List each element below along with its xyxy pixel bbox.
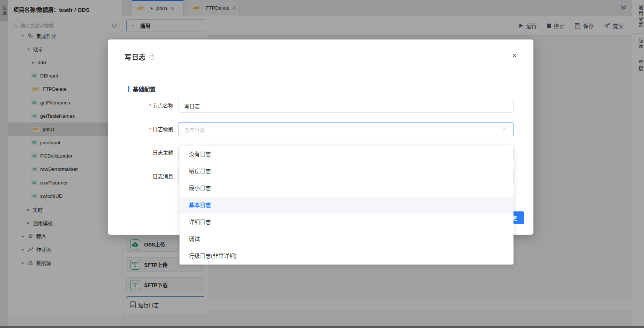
dropdown-option[interactable]: 调试: [180, 231, 514, 248]
dialog-title: 写日志 ?: [125, 52, 155, 62]
dialog-title-text: 写日志: [125, 52, 146, 62]
log-message-label: 日志消息: [108, 170, 173, 183]
section-title: 基础配置: [133, 85, 156, 93]
node-name-label: 节点名称: [108, 99, 173, 113]
section-accent-bar: [128, 86, 129, 92]
app-window: 资源 项目名称/数据层：testfr / ODS ▼ 集成作业 ▼ 批量 ▶ d…: [0, 0, 644, 328]
section-basic-config: 基础配置: [128, 85, 156, 93]
help-icon[interactable]: ?: [149, 53, 155, 60]
node-name-field: [178, 99, 514, 113]
chevron-up-icon: [502, 128, 508, 131]
form-row-node-name: 节点名称: [108, 99, 533, 113]
dropdown-option[interactable]: 详细日志: [180, 214, 514, 231]
dropdown-option[interactable]: 最小日志: [180, 180, 514, 197]
node-name-input[interactable]: [184, 103, 508, 109]
log-level-select[interactable]: 基本日志: [178, 122, 514, 136]
form-row-log-level: 日志级别 基本日志: [108, 122, 533, 136]
close-icon[interactable]: ✕: [512, 52, 517, 60]
log-level-dropdown: 没有日志 错误日志 最小日志 基本日志 详细日志 调试 行级日志(非常详细): [180, 146, 514, 265]
dropdown-option[interactable]: 错误日志: [180, 163, 514, 180]
log-level-label: 日志级别: [108, 122, 173, 136]
dropdown-option[interactable]: 没有日志: [180, 146, 514, 163]
log-subject-label: 日志主题: [108, 146, 173, 160]
dropdown-option[interactable]: 行级日志(非常详细): [180, 248, 514, 265]
log-level-value: 基本日志: [184, 126, 205, 133]
dropdown-option-selected[interactable]: 基本日志: [180, 197, 514, 214]
